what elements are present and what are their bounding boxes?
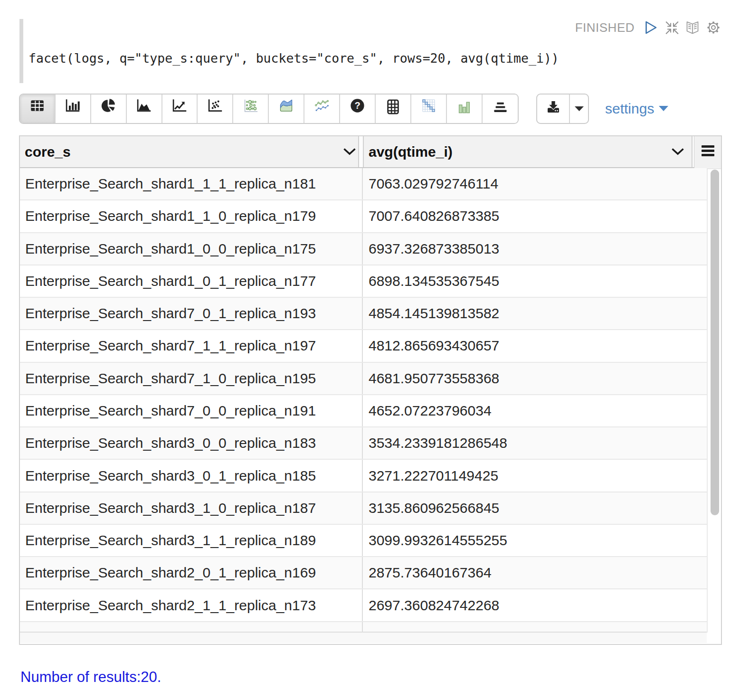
cell-core_s: Enterprise_Search_shard3_0_0_replica_n18… — [20, 427, 363, 459]
cell-avg-qtime: 6898.134535367545 — [363, 265, 707, 297]
cell-avg-qtime: 3099.9932614555255 — [363, 525, 707, 556]
table-row-partial[interactable] — [20, 622, 707, 633]
grid-menu-button[interactable] — [694, 136, 721, 170]
cell-core_s: Enterprise_Search_shard3_1_1_replica_n18… — [20, 525, 363, 556]
table-row[interactable]: Enterprise_Search_shard2_1_1_replica_n17… — [20, 589, 707, 622]
download-button[interactable] — [537, 95, 570, 123]
table-row[interactable]: Enterprise_Search_shard3_1_0_replica_n18… — [20, 492, 707, 525]
chart-type-heatmap-chart-button[interactable] — [411, 95, 447, 123]
chart-type-scatter-chart-button[interactable] — [198, 95, 233, 123]
vertical-scrollbar-thumb[interactable] — [711, 170, 719, 515]
svg-text:?: ? — [354, 100, 360, 111]
cell-core_s: Enterprise_Search_shard2_1_1_replica_n17… — [20, 589, 363, 621]
column-chart-icon — [458, 99, 471, 114]
column-menu-caret-avg-qtime[interactable] — [671, 148, 684, 157]
code-left-bar — [19, 19, 23, 83]
table-header: core_s avg(qtime_i) — [20, 136, 721, 168]
horizontal-scrollbar[interactable] — [20, 633, 707, 643]
cell-core_s — [20, 622, 363, 633]
scatter-chart-icon — [208, 99, 223, 114]
line-chart-icon — [172, 99, 187, 114]
pivot-table-icon — [387, 98, 399, 115]
chart-type-bar-chart-button[interactable] — [56, 95, 91, 123]
cell-core_s: Enterprise_Search_shard3_1_0_replica_n18… — [20, 492, 363, 524]
bubble-chart-icon — [243, 99, 258, 115]
column-label: avg(qtime_i) — [364, 144, 453, 160]
column-header-core_s[interactable]: core_s — [20, 136, 358, 167]
settings-label[interactable]: settings — [605, 101, 654, 117]
chart-type-bubble-chart-button[interactable] — [233, 95, 269, 123]
cell-avg-qtime: 6937.326873385013 — [363, 233, 707, 265]
chart-type-multi-line-chart-button[interactable] — [304, 95, 340, 123]
cell-core_s: Enterprise_Search_shard3_0_1_replica_n18… — [20, 460, 363, 491]
zeppelin-paragraph: FINISHED — [0, 0, 740, 700]
table-row[interactable]: Enterprise_Search_shard2_0_1_replica_n16… — [20, 557, 707, 589]
table-body: Enterprise_Search_shard1_1_1_replica_n18… — [20, 168, 707, 633]
vertical-scrollbar[interactable] — [707, 169, 721, 633]
cell-core_s: Enterprise_Search_shard1_1_1_replica_n18… — [20, 168, 363, 199]
code-editor[interactable]: facet(logs, q="type_s:query", buckets="c… — [19, 19, 722, 83]
display-toolbar: ? — [19, 94, 722, 124]
caret-down-icon — [659, 104, 668, 113]
table-row[interactable]: Enterprise_Search_shard1_0_1_replica_n17… — [20, 265, 707, 298]
table-row[interactable]: Enterprise_Search_shard7_0_1_replica_n19… — [20, 298, 707, 330]
cell-avg-qtime: 3271.222701149425 — [363, 460, 707, 491]
chart-type-help-button[interactable]: ? — [340, 95, 376, 123]
result-table: core_s avg(qtime_i) — [19, 135, 722, 645]
chart-type-stacked-area-chart-button[interactable] — [269, 95, 304, 123]
pie-chart-icon — [101, 98, 116, 115]
results-count: Number of results:20. — [20, 669, 161, 686]
table-row[interactable]: Enterprise_Search_shard7_1_1_replica_n19… — [20, 330, 707, 362]
download-icon — [547, 101, 560, 113]
heatmap-chart-icon — [422, 99, 435, 114]
chart-type-pie-chart-button[interactable] — [91, 95, 127, 123]
settings-link[interactable]: settings — [605, 94, 668, 124]
table-row[interactable]: Enterprise_Search_shard3_0_1_replica_n18… — [20, 460, 707, 492]
cell-avg-qtime: 2697.360824742268 — [363, 589, 707, 621]
stacked-area-chart-icon — [280, 99, 293, 114]
column-header-avg-qtime[interactable]: avg(qtime_i) — [364, 136, 692, 167]
chart-type-area-chart-button[interactable] — [127, 95, 162, 123]
column-label: core_s — [20, 144, 71, 160]
cell-core_s: Enterprise_Search_shard7_1_0_replica_n19… — [20, 363, 363, 394]
cell-core_s: Enterprise_Search_shard7_0_0_replica_n19… — [20, 395, 363, 426]
cell-core_s: Enterprise_Search_shard7_0_1_replica_n19… — [20, 298, 363, 329]
cell-avg-qtime: 2875.73640167364 — [363, 557, 707, 588]
caret-down-icon — [575, 106, 584, 111]
table-row[interactable]: Enterprise_Search_shard7_0_0_replica_n19… — [20, 395, 707, 427]
cell-avg-qtime: 4812.865693430657 — [363, 330, 707, 361]
chart-type-line-chart-button[interactable] — [162, 95, 198, 123]
chevron-down-icon — [343, 148, 356, 155]
table-row[interactable]: Enterprise_Search_shard1_1_0_replica_n17… — [20, 200, 707, 233]
chart-type-column-chart-button[interactable] — [447, 95, 483, 123]
chart-type-pivot-table-button[interactable] — [376, 95, 411, 123]
chevron-down-icon — [671, 148, 684, 155]
column-resizer[interactable] — [692, 136, 693, 167]
cell-avg-qtime — [363, 622, 707, 633]
column-resizer[interactable] — [358, 136, 359, 167]
cell-avg-qtime: 3534.2339181286548 — [363, 427, 707, 459]
table-row[interactable]: Enterprise_Search_shard3_0_0_replica_n18… — [20, 427, 707, 460]
cell-core_s: Enterprise_Search_shard2_0_1_replica_n16… — [20, 557, 363, 588]
cell-core_s: Enterprise_Search_shard1_0_1_replica_n17… — [20, 265, 363, 297]
table-row[interactable]: Enterprise_Search_shard1_1_1_replica_n18… — [20, 168, 707, 200]
chart-type-group: ? — [19, 94, 519, 124]
multi-line-chart-icon — [314, 99, 330, 115]
download-caret-button[interactable] — [570, 95, 588, 123]
cell-core_s: Enterprise_Search_shard1_1_0_replica_n17… — [20, 200, 363, 232]
chart-type-aggregation-button[interactable] — [483, 95, 518, 123]
cell-avg-qtime: 4681.950773558368 — [363, 363, 707, 394]
code-line[interactable]: facet(logs, q="type_s:query", buckets="c… — [28, 26, 559, 90]
table-row[interactable]: Enterprise_Search_shard7_1_0_replica_n19… — [20, 363, 707, 395]
bar-chart-icon — [65, 99, 80, 114]
hamburger-menu-icon — [702, 145, 714, 157]
cell-avg-qtime: 4854.145139813582 — [363, 298, 707, 329]
table-icon — [30, 100, 44, 114]
table-row[interactable]: Enterprise_Search_shard3_1_1_replica_n18… — [20, 525, 707, 557]
cell-avg-qtime: 7063.029792746114 — [363, 168, 707, 199]
cell-core_s: Enterprise_Search_shard7_1_1_replica_n19… — [20, 330, 363, 361]
aggregation-icon — [494, 101, 507, 113]
table-row[interactable]: Enterprise_Search_shard1_0_0_replica_n17… — [20, 233, 707, 265]
chart-type-table-button[interactable] — [20, 95, 56, 123]
column-menu-caret-core_s[interactable] — [343, 148, 356, 157]
